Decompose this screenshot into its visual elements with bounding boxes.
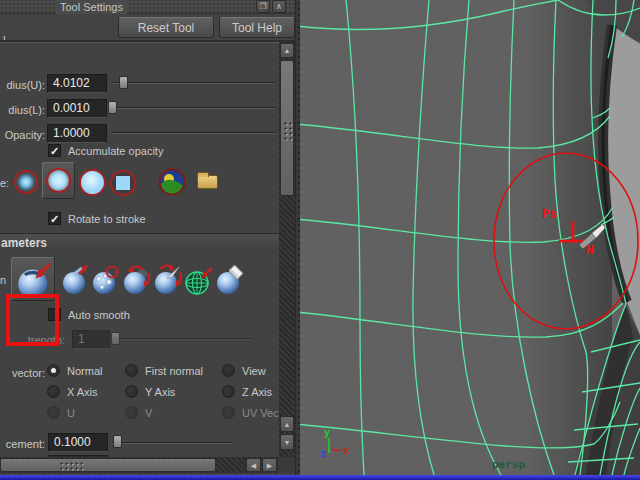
sculpt-pull-button[interactable] — [60, 264, 90, 296]
radius-l-slider[interactable] — [112, 107, 276, 109]
maya-tool-settings-screen: Tool Settings ❐ ∧ l Reset Tool Tool Help… — [0, 0, 640, 480]
sculpt-erase-button[interactable] — [215, 264, 245, 296]
displacement-field[interactable]: 0.1000 — [48, 433, 108, 452]
scroll-left-icon[interactable]: ◀ — [246, 458, 261, 472]
displacement-slider-handle[interactable] — [113, 435, 122, 448]
parameters-header-label: ameters — [1, 236, 47, 250]
operation-label-fragment: n — [0, 274, 6, 286]
sculpt-slide-icon — [184, 264, 214, 296]
scroll-up2-icon[interactable]: ▲ — [280, 416, 294, 432]
radio-z-axis[interactable] — [222, 385, 235, 398]
radius-u-label: dius(U): — [0, 79, 45, 91]
browse-folder-icon[interactable] — [197, 175, 218, 189]
profile-image-brush-icon[interactable] — [158, 168, 186, 196]
panel-titlebar[interactable]: Tool Settings ❐ ∧ — [0, 0, 296, 14]
radio-uv-vector-label: UV Vec — [242, 407, 279, 419]
profile-medium-brush-icon — [46, 168, 71, 193]
opacity-label: Opacity: — [0, 129, 45, 141]
horizontal-scroll-thumb[interactable] — [0, 458, 216, 472]
radius-l-slider-handle[interactable] — [108, 101, 117, 114]
radio-y-axis-label: Y Axis — [145, 386, 175, 398]
tool-help-button[interactable]: Tool Help — [219, 17, 295, 38]
radio-first-normal[interactable] — [125, 364, 138, 377]
tool-settings-panel: Tool Settings ❐ ∧ l Reset Tool Tool Help… — [0, 0, 296, 480]
vertical-scroll-thumb[interactable] — [280, 60, 294, 196]
viewport-canvas[interactable]: Ps N y x z persp — [296, 0, 640, 475]
radio-selected-dot — [51, 368, 56, 373]
panel-title: Tool Settings — [56, 0, 127, 14]
scroll-grip — [59, 461, 85, 471]
profile-square-brush-icon[interactable] — [110, 170, 136, 196]
strength-slider-handle[interactable] — [111, 332, 120, 345]
radius-u-slider-handle[interactable] — [119, 76, 128, 89]
accumulate-opacity-checkbox[interactable]: ✓ — [48, 144, 61, 157]
profile-soft-brush-icon[interactable] — [14, 170, 38, 194]
radio-normal[interactable] — [47, 364, 60, 377]
rotate-to-stroke-checkbox[interactable]: ✓ — [48, 212, 61, 225]
scroll-right-icon[interactable]: ▶ — [262, 458, 277, 472]
tool-header-row: l Reset Tool Tool Help — [0, 15, 296, 40]
sculpt-smooth-icon — [91, 264, 121, 296]
popout-icon[interactable]: ❐ — [256, 0, 270, 13]
radius-l-label: dius(L): — [0, 104, 45, 116]
radio-z-axis-label: Z Axis — [242, 386, 272, 398]
radio-uv-vector[interactable] — [222, 406, 235, 419]
radio-v[interactable] — [125, 406, 138, 419]
radio-u-label: U — [67, 407, 75, 419]
reference-vector-label: vector: — [0, 367, 45, 379]
profile-solid-brush-icon[interactable] — [79, 169, 106, 196]
collapse-icon[interactable]: ∧ — [272, 0, 286, 13]
sculpt-relax-button[interactable] — [122, 264, 152, 296]
sculpt-erase-icon — [215, 264, 245, 296]
strength-field[interactable]: 1 — [72, 330, 110, 349]
scroll-grip — [283, 121, 293, 141]
reset-tool-button[interactable]: Reset Tool — [118, 17, 214, 38]
annotation-highlight-box — [6, 294, 59, 346]
scrollbar-corner — [278, 457, 296, 473]
panel-splitter[interactable] — [296, 0, 300, 475]
radio-view-label: View — [242, 365, 266, 377]
axis-z-label: z — [320, 448, 326, 459]
check-icon: ✓ — [50, 145, 59, 157]
square-shape — [116, 176, 130, 190]
scroll-down-icon[interactable]: ▼ — [280, 434, 294, 450]
opacity-slider[interactable] — [112, 132, 276, 134]
scroll-up-icon[interactable]: ▲ — [280, 43, 294, 58]
radio-view[interactable] — [222, 364, 235, 377]
parameters-section-header[interactable]: ameters — [0, 233, 279, 252]
radius-u-field[interactable]: 4.0102 — [47, 74, 107, 93]
radio-normal-label: Normal — [67, 365, 102, 377]
radio-v-label: V — [145, 407, 152, 419]
vertical-scrollbar[interactable]: ▲ ▲ ▼ — [279, 42, 295, 457]
radio-y-axis[interactable] — [125, 385, 138, 398]
profile-label: e: — [0, 177, 8, 189]
rotate-to-stroke-label: Rotate to stroke — [68, 213, 146, 225]
strength-slider[interactable] — [112, 338, 253, 340]
camera-name-label: persp — [492, 458, 525, 471]
sculpt-pinch-button[interactable] — [153, 264, 183, 296]
radio-x-axis-label: X Axis — [67, 386, 98, 398]
sculpt-slide-button[interactable] — [184, 264, 214, 296]
sculpt-relax-icon — [122, 264, 152, 296]
radio-first-normal-label: First normal — [145, 365, 203, 377]
perspective-viewport[interactable]: Ps N y x z persp — [296, 0, 640, 475]
check-icon: ✓ — [50, 213, 59, 225]
sculpt-smooth-button[interactable] — [91, 264, 121, 296]
axis-x-label: x — [343, 445, 349, 456]
settings-scroll-area: dius(U): 4.0102 dius(L): 0.0010 Opacity:… — [0, 42, 279, 457]
brush-ps-label: Ps — [542, 206, 558, 221]
radio-u[interactable] — [47, 406, 60, 419]
profile-medium-brush-button-selected[interactable] — [42, 162, 75, 199]
horizontal-scrollbar[interactable]: ◀ ▶ — [0, 457, 296, 473]
displacement-slider[interactable] — [112, 442, 233, 444]
radius-u-slider[interactable] — [112, 82, 276, 84]
displacement-label: cement: — [0, 438, 45, 450]
radius-l-field[interactable]: 0.0010 — [47, 99, 107, 118]
axis-y-label: y — [324, 427, 330, 438]
sculpt-pinch-icon — [153, 264, 183, 296]
opacity-field[interactable]: 1.0000 — [47, 124, 107, 143]
radio-x-axis[interactable] — [47, 385, 60, 398]
bottom-highlight-bar — [0, 475, 640, 480]
auto-smooth-label: Auto smooth — [68, 309, 130, 321]
sculpt-pull-icon — [60, 264, 90, 296]
